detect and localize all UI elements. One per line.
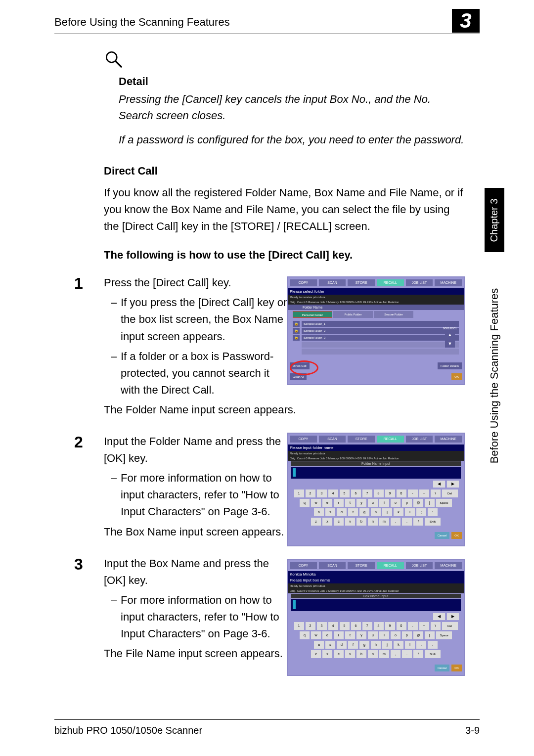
keyboard-key-shift[interactable]: Shift: [425, 650, 441, 658]
keyboard-key[interactable]: 6: [351, 622, 361, 630]
keyboard-key[interactable]: -: [408, 622, 418, 630]
keyboard-key[interactable]: d: [337, 508, 347, 516]
caret-left-button[interactable]: ◀: [433, 481, 445, 488]
keyboard-key-del[interactable]: Del: [442, 489, 458, 497]
keyboard-key[interactable]: 3: [317, 622, 327, 630]
keyboard-key[interactable]: :: [428, 641, 438, 649]
keyboard-key[interactable]: ~: [419, 489, 429, 497]
cancel-button[interactable]: Cancel: [435, 665, 450, 671]
keyboard-key[interactable]: v: [345, 650, 355, 658]
keyboard-key[interactable]: u: [368, 499, 378, 507]
keyboard-key[interactable]: n: [368, 518, 378, 526]
keyboard-key[interactable]: a: [314, 508, 324, 516]
tab-machine[interactable]: MACHINE: [435, 436, 462, 443]
caret-right-button[interactable]: ▶: [447, 481, 459, 488]
keyboard-key[interactable]: d: [337, 641, 347, 649]
keyboard-key[interactable]: z: [311, 650, 321, 658]
keyboard-key[interactable]: y: [356, 499, 366, 507]
tab-scan[interactable]: SCAN: [319, 436, 346, 443]
keyboard-key[interactable]: c: [334, 518, 344, 526]
keyboard-key[interactable]: e: [322, 631, 332, 639]
keyboard-key[interactable]: b: [356, 518, 366, 526]
tab-store[interactable]: STORE: [348, 436, 375, 443]
keyboard-key[interactable]: m: [379, 518, 389, 526]
keyboard-key[interactable]: 5: [340, 489, 350, 497]
keyboard-key[interactable]: o: [391, 499, 400, 507]
ok-button[interactable]: OK: [451, 532, 462, 539]
keyboard-key-space[interactable]: Space: [436, 631, 452, 639]
keyboard-key[interactable]: j: [382, 508, 392, 516]
keyboard-key[interactable]: 0: [397, 489, 406, 497]
keyboard-key[interactable]: u: [368, 631, 378, 639]
keyboard-key[interactable]: \: [431, 622, 441, 630]
keyboard-key[interactable]: e: [322, 499, 332, 507]
page-down-button[interactable]: ▼: [445, 340, 455, 348]
keyboard-key[interactable]: -: [408, 489, 418, 497]
keyboard-key[interactable]: p: [402, 631, 412, 639]
list-item[interactable]: 🔒SampleFolder_3: [293, 335, 459, 341]
keyboard-key[interactable]: 9: [385, 489, 395, 497]
tab-recall[interactable]: RECALL: [377, 279, 404, 286]
keyboard-key[interactable]: w: [311, 499, 321, 507]
keyboard-key[interactable]: 4: [328, 489, 338, 497]
keyboard-key[interactable]: .: [402, 518, 412, 526]
keyboard-key[interactable]: v: [345, 518, 355, 526]
keyboard-key[interactable]: 6: [351, 489, 361, 497]
keyboard-key[interactable]: f: [348, 641, 358, 649]
keyboard-key[interactable]: t: [345, 631, 355, 639]
keyboard-key[interactable]: ;: [416, 508, 426, 516]
tab-scan[interactable]: SCAN: [319, 562, 346, 569]
keyboard-key[interactable]: h: [371, 641, 381, 649]
keyboard-key[interactable]: 9: [385, 622, 395, 630]
keyboard-key[interactable]: [: [425, 631, 435, 639]
ok-button[interactable]: OK: [451, 373, 462, 380]
tab-machine[interactable]: MACHINE: [435, 562, 462, 569]
box-name-input[interactable]: [291, 599, 461, 611]
keyboard-key[interactable]: @: [413, 631, 423, 639]
keyboard-key[interactable]: c: [334, 650, 344, 658]
tab-joblist[interactable]: JOB LIST: [406, 562, 433, 569]
list-item[interactable]: 🔒SampleFolder_1: [293, 321, 459, 327]
page-up-button[interactable]: ▲: [445, 331, 455, 339]
keyboard-key[interactable]: g: [359, 508, 369, 516]
keyboard-key[interactable]: /: [413, 518, 423, 526]
keyboard-key[interactable]: /: [413, 650, 423, 658]
keyboard-key[interactable]: :: [428, 508, 438, 516]
tab-copy[interactable]: COPY: [290, 279, 317, 286]
keyboard-key[interactable]: y: [356, 631, 366, 639]
tab-store[interactable]: STORE: [348, 562, 375, 569]
keyboard-key[interactable]: ,: [391, 518, 400, 526]
keyboard-key[interactable]: [: [425, 499, 435, 507]
keyboard-key[interactable]: f: [348, 508, 358, 516]
keyboard-key[interactable]: a: [314, 641, 324, 649]
keyboard-key[interactable]: @: [413, 499, 423, 507]
ok-button[interactable]: OK: [451, 665, 462, 671]
keyboard-key[interactable]: 2: [306, 622, 315, 630]
keyboard-key[interactable]: o: [391, 631, 400, 639]
keyboard-key[interactable]: .: [402, 650, 412, 658]
keyboard-key[interactable]: s: [325, 641, 335, 649]
folder-details-button[interactable]: Folder Details: [438, 362, 462, 369]
keyboard-key[interactable]: w: [311, 631, 321, 639]
keyboard-key[interactable]: ,: [391, 650, 400, 658]
folder-name-input[interactable]: [291, 467, 461, 479]
keyboard-key[interactable]: 5: [340, 622, 350, 630]
keyboard-key[interactable]: t: [345, 499, 355, 507]
keyboard-key[interactable]: s: [325, 508, 335, 516]
tab-scan[interactable]: SCAN: [319, 279, 346, 286]
keyboard-key[interactable]: 4: [328, 622, 338, 630]
keyboard-key-del[interactable]: Del: [442, 622, 458, 630]
keyboard-key[interactable]: b: [356, 650, 366, 658]
keyboard-key[interactable]: j: [382, 641, 392, 649]
keyboard-key[interactable]: l: [405, 641, 415, 649]
keyboard-key[interactable]: 1: [294, 489, 304, 497]
keyboard-key[interactable]: i: [379, 631, 389, 639]
tab-copy[interactable]: COPY: [290, 562, 317, 569]
keyboard-key[interactable]: p: [402, 499, 412, 507]
keyboard-key[interactable]: 7: [362, 489, 372, 497]
folder-tab-public[interactable]: Public Folder: [333, 311, 373, 318]
keyboard-key[interactable]: x: [322, 518, 332, 526]
keyboard-key-space[interactable]: Space: [436, 499, 452, 507]
caret-left-button[interactable]: ◀: [433, 613, 445, 620]
folder-tab-personal[interactable]: Personal Folder: [293, 311, 332, 318]
